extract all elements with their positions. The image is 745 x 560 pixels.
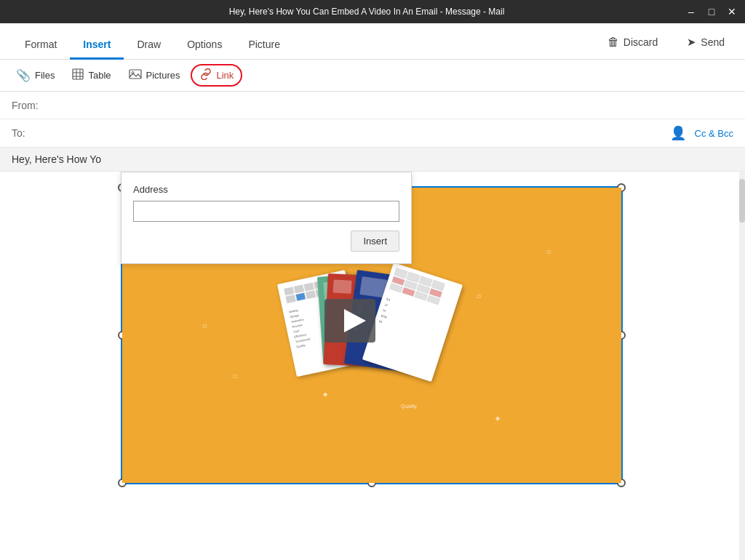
- scrollbar[interactable]: [739, 172, 745, 560]
- popup-footer: Insert: [133, 231, 399, 252]
- title-bar: Hey, Here's How You Can Embed A Video In…: [0, 0, 745, 23]
- svg-rect-5: [130, 70, 141, 79]
- svg-rect-29: [333, 279, 352, 293]
- menu-bar: Format Insert Draw Options Picture 🗑 Dis…: [0, 23, 745, 60]
- pictures-button[interactable]: Pictures: [121, 64, 188, 87]
- deco-circle-2: ○: [232, 371, 237, 381]
- send-button[interactable]: ➤ Send: [678, 31, 733, 53]
- tab-format[interactable]: Format: [12, 31, 70, 60]
- table-label: Table: [88, 70, 111, 81]
- subject-text: Hey, Here's How Yo: [12, 153, 101, 165]
- link-button[interactable]: Link: [191, 64, 243, 87]
- close-button[interactable]: ✕: [725, 4, 739, 19]
- minimize-button[interactable]: –: [684, 4, 698, 19]
- files-label: Files: [35, 70, 55, 81]
- scrollbar-thumb[interactable]: [739, 179, 745, 223]
- cards-illustration: Writing Design Animation Process Cost Ef…: [255, 248, 488, 423]
- subject-row: Hey, Here's How Yo: [0, 148, 745, 172]
- person-icon: 👤: [670, 125, 686, 141]
- tab-picture[interactable]: Picture: [235, 31, 293, 60]
- menu-actions: 🗑 Discard ➤ Send: [599, 31, 733, 59]
- tab-insert[interactable]: Insert: [70, 31, 124, 60]
- deco-circle-4: ○: [546, 247, 551, 257]
- paperclip-icon: 📎: [16, 68, 31, 82]
- files-button[interactable]: 📎 Files: [9, 64, 62, 87]
- pictures-icon: [129, 68, 142, 82]
- to-label: To:: [12, 127, 48, 139]
- discard-button[interactable]: 🗑 Discard: [599, 31, 666, 53]
- window-controls: – □ ✕: [684, 4, 739, 19]
- insert-button[interactable]: Insert: [351, 231, 399, 252]
- content-area: Address Insert ✦ ○ ○ ○ ✦ ○ ✦: [0, 172, 745, 560]
- svg-rect-0: [73, 69, 83, 79]
- tab-draw[interactable]: Draw: [124, 31, 174, 60]
- link-label: Link: [217, 70, 234, 81]
- deco-star-2: ✦: [494, 414, 501, 424]
- link-icon: [199, 68, 212, 82]
- email-header: From: To: 👤 Cc & Bcc: [0, 92, 745, 148]
- maximize-button[interactable]: □: [704, 4, 719, 19]
- row-actions: 👤 Cc & Bcc: [670, 125, 733, 141]
- discard-label: Discard: [624, 36, 658, 48]
- link-popup: Address Insert: [121, 172, 412, 264]
- menu-tabs: Format Insert Draw Options Picture: [12, 31, 293, 59]
- from-row: From:: [0, 92, 745, 119]
- pictures-label: Pictures: [146, 70, 180, 81]
- send-label: Send: [701, 36, 725, 48]
- deco-circle-1: ○: [202, 321, 207, 331]
- svg-text:Quality: Quality: [401, 404, 417, 409]
- cc-bcc-button[interactable]: Cc & Bcc: [695, 128, 733, 139]
- trash-icon: 🗑: [607, 36, 619, 49]
- to-row: To: 👤 Cc & Bcc: [0, 119, 745, 148]
- window-title: Hey, Here's How You Can Embed A Video In…: [49, 7, 684, 17]
- table-icon: [72, 68, 84, 82]
- send-icon: ➤: [687, 36, 696, 49]
- address-input[interactable]: [133, 201, 399, 222]
- address-label: Address: [133, 184, 399, 195]
- toolbar: 📎 Files Table Pictures: [0, 60, 745, 92]
- table-button[interactable]: Table: [65, 64, 118, 87]
- tab-options[interactable]: Options: [174, 31, 235, 60]
- from-label: From:: [12, 100, 48, 111]
